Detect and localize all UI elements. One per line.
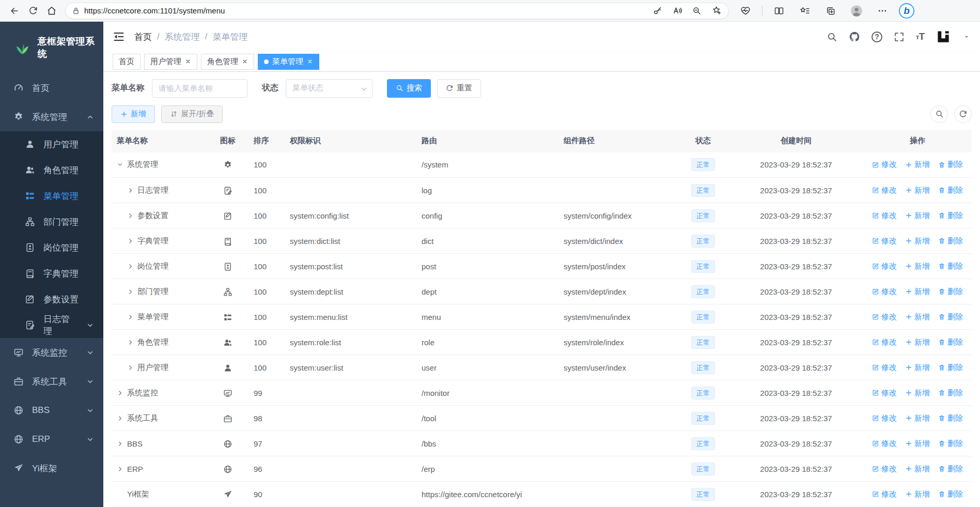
edit-action-link[interactable]: 修改 (872, 388, 897, 398)
browser-more-icon[interactable] (873, 2, 892, 20)
add-action-link[interactable]: 新增 (905, 413, 930, 423)
add-action-link[interactable]: 新增 (905, 363, 930, 373)
delete-action-link[interactable]: 删除 (938, 312, 963, 322)
delete-action-link[interactable]: 删除 (938, 287, 963, 297)
delete-action-link[interactable]: 删除 (938, 489, 963, 499)
browser-refresh-icon[interactable] (24, 2, 42, 20)
edit-action-link[interactable]: 修改 (872, 287, 897, 297)
help-icon[interactable]: ? (872, 32, 882, 42)
breadcrumb-home[interactable]: 首页 (134, 31, 152, 43)
delete-action-link[interactable]: 删除 (938, 388, 963, 398)
browser-profile-avatar[interactable] (847, 2, 866, 20)
sidebar-item-系统监控[interactable]: 系统监控 (0, 338, 103, 367)
sidebar-item-字典管理[interactable]: 字典管理 (0, 260, 103, 286)
split-screen-icon[interactable] (770, 2, 788, 20)
browser-essentials-icon[interactable] (736, 2, 755, 20)
edit-action-link[interactable]: 修改 (872, 363, 897, 373)
sidebar-item-日志管理[interactable]: 日志管理 (0, 312, 103, 338)
delete-action-link[interactable]: 删除 (938, 160, 963, 170)
delete-action-link[interactable]: 删除 (938, 211, 963, 221)
header-search-icon[interactable] (827, 32, 837, 42)
add-action-link[interactable]: 新增 (905, 337, 930, 347)
add-action-link[interactable]: 新增 (905, 388, 930, 398)
sidebar-item-BBS[interactable]: BBS (0, 396, 103, 425)
expand-arrow-icon[interactable] (127, 238, 134, 244)
expand-collapse-button[interactable]: 展开/折叠 (161, 105, 223, 123)
refresh-table-button[interactable] (954, 105, 972, 123)
password-key-icon[interactable] (649, 2, 666, 20)
reset-button[interactable]: 重置 (437, 79, 481, 98)
select-chevron-down-icon[interactable] (360, 84, 368, 94)
add-action-link[interactable]: 新增 (905, 312, 930, 322)
sidebar-item-Yi框架[interactable]: Yi框架 (0, 454, 103, 483)
view-tab[interactable]: 首页 (113, 54, 141, 70)
zoom-out-icon[interactable] (688, 2, 706, 20)
expand-arrow-icon[interactable] (117, 466, 123, 472)
sidebar-item-角色管理[interactable]: 角色管理 (0, 157, 103, 183)
edit-action-link[interactable]: 修改 (872, 160, 897, 170)
search-button[interactable]: 搜索 (387, 79, 431, 98)
sidebar-item-系统工具[interactable]: 系统工具 (0, 367, 103, 396)
avatar-caret-down-icon[interactable] (962, 33, 971, 41)
edit-action-link[interactable]: 修改 (872, 413, 897, 423)
edit-action-link[interactable]: 修改 (872, 489, 897, 499)
sidebar-item-ERP[interactable]: ERP (0, 425, 103, 454)
delete-action-link[interactable]: 删除 (938, 186, 963, 195)
sidebar-item-部门管理[interactable]: 部门管理 (0, 209, 103, 235)
add-action-link[interactable]: 新增 (905, 287, 930, 297)
add-action-link[interactable]: 新增 (905, 186, 930, 195)
add-action-link[interactable]: 新增 (905, 236, 930, 246)
edit-action-link[interactable]: 修改 (872, 439, 897, 449)
expand-arrow-icon[interactable] (127, 364, 134, 371)
sidebar-item-岗位管理[interactable]: 岗位管理 (0, 235, 103, 260)
status-select[interactable]: 菜单状态 (286, 79, 372, 98)
view-tab[interactable]: 菜单管理 (258, 54, 319, 70)
sidebar-item-参数设置[interactable]: 参数设置 (0, 286, 103, 312)
add-action-link[interactable]: 新增 (905, 439, 930, 449)
edit-action-link[interactable]: 修改 (872, 464, 897, 474)
toggle-search-button[interactable] (930, 105, 948, 123)
github-icon[interactable] (849, 31, 860, 42)
add-action-link[interactable]: 新增 (905, 262, 930, 271)
sidebar-item-首页[interactable]: 首页 (0, 73, 103, 102)
sidebar-item-用户管理[interactable]: 用户管理 (0, 131, 103, 157)
add-action-link[interactable]: 新增 (905, 160, 930, 170)
delete-action-link[interactable]: 删除 (938, 262, 963, 271)
delete-action-link[interactable]: 删除 (938, 337, 963, 347)
view-tab[interactable]: 用户管理 (144, 54, 197, 70)
delete-action-link[interactable]: 删除 (938, 439, 963, 449)
expand-arrow-icon[interactable] (127, 288, 134, 295)
favorites-bar-icon[interactable] (796, 2, 814, 20)
expand-arrow-icon[interactable] (127, 339, 134, 346)
breadcrumb-system[interactable]: 系统管理 (165, 31, 200, 43)
edit-action-link[interactable]: 修改 (872, 211, 897, 221)
delete-action-link[interactable]: 删除 (938, 363, 963, 373)
read-aloud-icon[interactable] (668, 2, 686, 20)
expand-arrow-icon[interactable] (127, 263, 134, 270)
add-action-link[interactable]: 新增 (905, 489, 930, 499)
menu-fold-icon[interactable] (113, 30, 125, 43)
url-text[interactable]: https://ccnetcore.com:1101/system/menu (84, 6, 649, 15)
expand-arrow-icon[interactable] (127, 212, 134, 219)
menu-name-input[interactable] (152, 79, 247, 98)
edit-action-link[interactable]: 修改 (872, 186, 897, 195)
add-favorite-icon[interactable] (708, 2, 725, 20)
edit-action-link[interactable]: 修改 (872, 262, 897, 271)
delete-action-link[interactable]: 删除 (938, 413, 963, 423)
collections-icon[interactable] (821, 2, 840, 20)
bing-sidebar-icon[interactable]: b (899, 3, 914, 19)
add-action-link[interactable]: 新增 (905, 464, 930, 474)
fullscreen-icon[interactable] (894, 32, 905, 42)
font-size-icon[interactable]: тT (916, 31, 924, 42)
edit-action-link[interactable]: 修改 (872, 312, 897, 322)
expand-arrow-icon[interactable] (127, 314, 134, 320)
sidebar-item-系统管理[interactable]: 系统管理 (0, 102, 103, 131)
delete-action-link[interactable]: 删除 (938, 236, 963, 246)
browser-back-icon[interactable] (5, 2, 24, 20)
view-tab[interactable]: 角色管理 (201, 54, 254, 70)
expand-arrow-icon[interactable] (117, 415, 123, 422)
browser-home-icon[interactable] (42, 2, 61, 20)
tab-close-icon[interactable] (242, 58, 248, 65)
edit-action-link[interactable]: 修改 (872, 337, 897, 347)
expand-arrow-icon[interactable] (117, 440, 123, 447)
